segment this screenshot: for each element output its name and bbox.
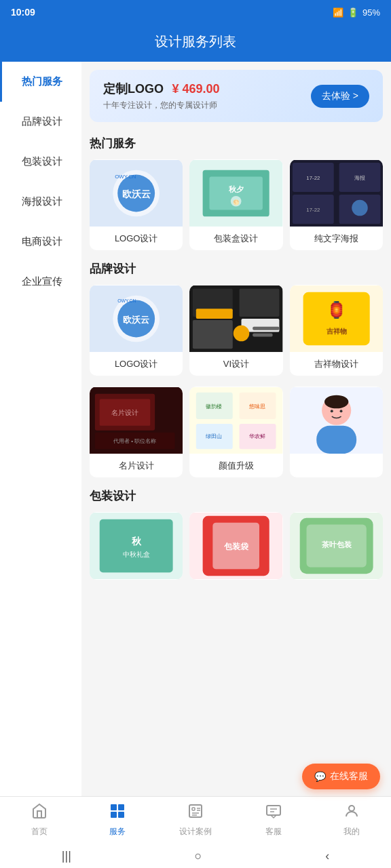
svg-point-19: [352, 200, 368, 216]
card-consultant-image: [290, 387, 383, 454]
chat-icon: 💬: [314, 771, 326, 782]
section-title-package: 包装设计: [90, 488, 383, 504]
svg-text:OWY.CN: OWY.CN: [117, 298, 136, 303]
battery-icon: 🔋: [348, 7, 358, 18]
card-poster-text-label: 纯文字海报: [290, 227, 383, 250]
svg-rect-82: [267, 806, 280, 815]
card-package-image: 秋夕 🌕: [189, 159, 282, 227]
card-logo-hot-label: LOGO设计: [90, 227, 183, 250]
status-bar: 10:09 📶 🔋 95%: [0, 0, 391, 24]
card-lucky-image: 🏮 吉祥物: [290, 285, 383, 353]
banner-text: 定制LOGO ¥ 469.00 十年专注设计，您的专属设计师: [103, 81, 220, 111]
card-value-label: 颜值升级: [189, 454, 282, 477]
device-menu-btn[interactable]: |||: [48, 846, 85, 866]
svg-rect-33: [253, 334, 273, 337]
card-poster-text[interactable]: 17-22 17-22 海报 纯文字海报: [290, 159, 383, 250]
card-lucky[interactable]: 🏮 吉祥物 吉祥物设计: [290, 285, 383, 376]
sidebar-item-hot[interactable]: 热门服务: [0, 62, 81, 102]
card-logo-brand[interactable]: 欧沃云 OWY.CN LOGO设计: [90, 285, 183, 376]
sidebar-item-brand[interactable]: 品牌设计: [0, 102, 81, 142]
cases-icon: [187, 803, 204, 823]
float-customer-service[interactable]: 💬 在线客服: [302, 764, 380, 789]
device-home-btn[interactable]: ○: [181, 846, 216, 866]
device-back-btn[interactable]: ‹: [312, 846, 343, 866]
svg-text:17-22: 17-22: [306, 175, 320, 181]
main-layout: 热门服务 品牌设计 包装设计 海报设计 电商设计 企业宣传 定制LOGO ¥ 4…: [0, 62, 391, 868]
card-pkg3[interactable]: 茶叶包装: [290, 512, 383, 580]
banner-button[interactable]: 去体验 >: [311, 85, 369, 108]
home-icon: [31, 803, 48, 823]
svg-rect-74: [111, 812, 117, 818]
svg-text:绿田山: 绿田山: [206, 433, 223, 439]
sidebar-item-package[interactable]: 包装设计: [0, 142, 81, 182]
sidebar-item-ecom[interactable]: 电商设计: [0, 222, 81, 262]
card-value[interactable]: 徽韵楼 悠味思 绿田山 华农鲜 颜值升级: [189, 387, 282, 477]
card-poster-image: 17-22 17-22 海报: [290, 159, 383, 227]
svg-text:欧沃云: 欧沃云: [122, 189, 151, 199]
svg-rect-75: [118, 812, 124, 818]
status-right: 📶 🔋 95%: [333, 7, 380, 18]
svg-text:名片设计: 名片设计: [111, 409, 138, 416]
svg-point-57: [324, 395, 348, 409]
nav-customer[interactable]: 客服: [235, 797, 313, 844]
bottom-nav: 首页 服务 设计案例: [0, 796, 391, 844]
section-title-brand: 品牌设计: [90, 261, 383, 277]
card-lucky-label: 吉祥物设计: [290, 353, 383, 376]
sidebar-item-corp[interactable]: 企业宣传: [0, 262, 81, 302]
float-service-label: 在线客服: [330, 770, 368, 783]
nav-home-label: 首页: [31, 826, 48, 837]
device-nav-bar: ||| ○ ‹: [0, 844, 391, 868]
svg-rect-55: [316, 426, 356, 454]
service-icon: [109, 803, 126, 823]
svg-text:包装袋: 包装袋: [223, 542, 249, 551]
card-logo-hot[interactable]: 欧沃云 OWY.CN LOGO设计: [90, 159, 183, 250]
svg-text:悠味思: 悠味思: [248, 403, 265, 410]
promo-banner[interactable]: 定制LOGO ¥ 469.00 十年专注设计，您的专属设计师 去体验 >: [90, 70, 383, 122]
svg-text:OWY.CN: OWY.CN: [115, 174, 136, 180]
banner-subtitle: 十年专注设计，您的专属设计师: [103, 100, 220, 111]
banner-title-row: 定制LOGO ¥ 469.00: [103, 81, 220, 97]
nav-service[interactable]: 服务: [78, 797, 156, 844]
svg-text:秋: 秋: [131, 536, 142, 547]
page-title: 设计服务列表: [155, 34, 236, 49]
nav-cases[interactable]: 设计案例: [156, 797, 234, 844]
svg-text:徽韵楼: 徽韵楼: [206, 403, 223, 410]
card-namecard-label: 名片设计: [90, 454, 183, 477]
sidebar-item-poster[interactable]: 海报设计: [0, 182, 81, 222]
nav-customer-label: 客服: [265, 826, 282, 837]
card-vi-label: VI设计: [189, 353, 282, 376]
svg-text:17-22: 17-22: [306, 207, 320, 213]
svg-rect-30: [193, 320, 233, 349]
content-area: 定制LOGO ¥ 469.00 十年专注设计，您的专属设计师 去体验 > 热门服…: [81, 62, 391, 868]
card-namecard[interactable]: 名片设计 代用者 • 职位名称 名片设计: [90, 387, 183, 477]
svg-text:欧沃云: 欧沃云: [123, 315, 149, 325]
svg-rect-32: [253, 327, 280, 330]
card-namecard-image: 名片设计 代用者 • 职位名称: [90, 387, 183, 454]
svg-text:华农鲜: 华农鲜: [249, 433, 265, 439]
nav-mine[interactable]: 我的: [313, 797, 391, 844]
card-logo-hot-image: 欧沃云 OWY.CN: [90, 159, 183, 227]
nav-cases-label: 设计案例: [179, 826, 212, 837]
card-pkg1[interactable]: 秋 中秋礼盒: [90, 512, 183, 580]
brand-service-grid-2: 名片设计 代用者 • 职位名称 名片设计 徽韵楼 悠味思: [90, 387, 383, 477]
customer-icon: [265, 803, 282, 823]
svg-text:🌕: 🌕: [233, 199, 240, 205]
status-time: 10:09: [11, 7, 35, 18]
section-title-hot: 热门服务: [90, 136, 383, 151]
svg-text:🏮: 🏮: [327, 300, 347, 319]
package-service-grid: 秋 中秋礼盒 包装袋: [90, 512, 383, 580]
svg-point-85: [349, 806, 354, 811]
card-pkg3-image: 茶叶包装: [290, 512, 383, 580]
banner-title: 定制LOGO: [103, 82, 164, 96]
hot-service-grid: 欧沃云 OWY.CN LOGO设计 秋夕 🌕: [90, 159, 383, 250]
svg-rect-77: [192, 808, 195, 810]
svg-point-31: [234, 326, 250, 342]
brand-service-grid: 欧沃云 OWY.CN LOGO设计: [90, 285, 383, 376]
card-pkg2[interactable]: 包装袋: [189, 512, 282, 580]
card-logo-brand-label: LOGO设计: [90, 353, 183, 376]
card-vi-image: [189, 285, 282, 353]
card-vi[interactable]: VI设计: [189, 285, 282, 376]
card-package-box[interactable]: 秋夕 🌕 包装盒设计: [189, 159, 282, 250]
nav-home[interactable]: 首页: [0, 797, 78, 844]
card-consultant[interactable]: [290, 387, 383, 477]
